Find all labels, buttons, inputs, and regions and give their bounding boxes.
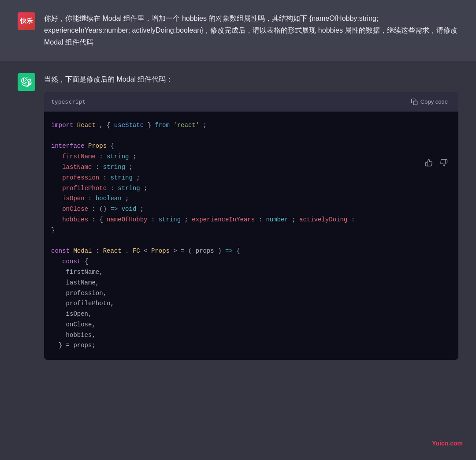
- code-line-18: profilePhoto,: [51, 299, 451, 309]
- user-message-text: 你好，你能继续在 Modal 组件里，增加一个 hobbies 的对象数组属性吗…: [44, 15, 457, 46]
- code-language-label: typescript: [51, 98, 86, 105]
- code-content: import React , { useState } from 'react'…: [44, 112, 458, 360]
- code-line-1: import React , { useState } from 'react'…: [51, 120, 451, 131]
- code-line-16: lastName,: [51, 278, 451, 288]
- code-line-4: firstName : string ;: [51, 152, 451, 162]
- user-message: 快乐 你好，你能继续在 Modal 组件里，增加一个 hobbies 的对象数组…: [0, 0, 476, 61]
- action-buttons: [423, 157, 450, 168]
- code-line-13: const Modal : React . FC < Props > = ( p…: [51, 246, 451, 257]
- copy-label: Copy code: [420, 98, 448, 105]
- conversation: 快乐 你好，你能继续在 Modal 组件里，增加一个 hobbies 的对象数组…: [0, 0, 476, 372]
- code-line-9: onClose : () => void ;: [51, 204, 451, 215]
- code-header: typescript Copy code: [44, 92, 458, 112]
- code-line-8: isOpen : boolean ;: [51, 194, 451, 204]
- thumbs-up-button[interactable]: [423, 157, 435, 168]
- code-line-20: onClose,: [51, 320, 451, 330]
- code-line-5: lastName : string ;: [51, 162, 451, 173]
- svg-rect-0: [413, 101, 417, 105]
- code-line-6: profession : string ;: [51, 173, 451, 183]
- code-line-21: hobbies,: [51, 330, 451, 341]
- thumbs-down-icon: [440, 159, 448, 167]
- code-line-11: }: [51, 225, 451, 236]
- assistant-avatar: [18, 73, 35, 91]
- thumbs-up-icon: [425, 159, 433, 167]
- copy-icon: [411, 98, 418, 105]
- assistant-intro-text: 当然，下面是修改后的 Modal 组件代码：: [44, 73, 458, 85]
- assistant-content: 当然，下面是修改后的 Modal 组件代码： typescript Copy c…: [44, 73, 458, 360]
- copy-code-button[interactable]: Copy code: [407, 97, 451, 107]
- code-line-19: isOpen,: [51, 309, 451, 320]
- code-line-15: firstName,: [51, 267, 451, 278]
- watermark: Yuicn.com: [432, 440, 463, 447]
- user-avatar: 快乐: [18, 12, 35, 30]
- thumbs-down-button[interactable]: [438, 157, 450, 168]
- code-line-10: hobbies : { nameOfHobby : string ; exper…: [51, 215, 451, 225]
- code-line-17: profession,: [51, 288, 451, 299]
- code-line-3: interface Props {: [51, 141, 451, 152]
- openai-logo-icon: [21, 77, 32, 87]
- code-line-22: } = props;: [51, 340, 451, 351]
- user-content: 你好，你能继续在 Modal 组件里，增加一个 hobbies 的对象数组属性吗…: [44, 12, 458, 49]
- assistant-message: 当然，下面是修改后的 Modal 组件代码： typescript Copy c…: [0, 61, 476, 373]
- code-line-7: profilePhoto : string ;: [51, 183, 451, 194]
- code-line-14: const {: [51, 257, 451, 267]
- code-block: typescript Copy code import: [44, 92, 458, 360]
- avatar-text: 快乐: [20, 17, 33, 25]
